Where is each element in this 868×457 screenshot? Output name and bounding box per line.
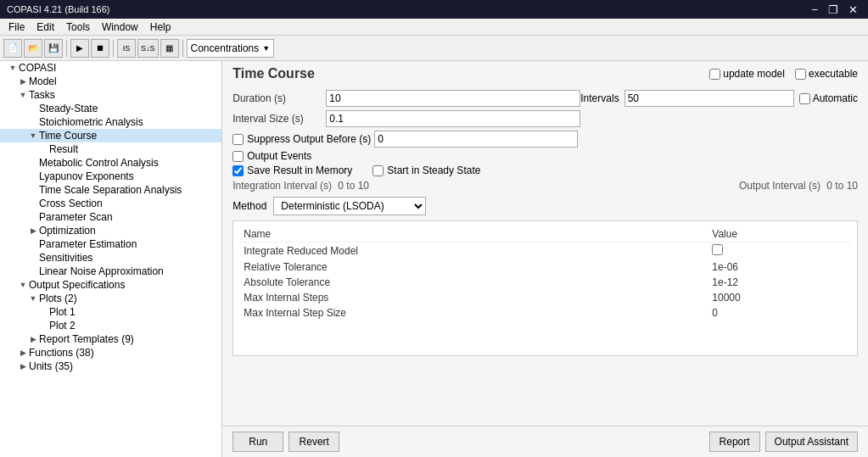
stop-icon: ⏹ [96,43,104,53]
run-button[interactable]: ▶ [70,39,89,58]
intervals-input[interactable] [624,90,794,107]
sidebar-item-steady-state[interactable]: Steady-State [0,102,221,115]
run-button[interactable]: Run [232,432,283,452]
sidebar-item-sensitivities[interactable]: Sensitivities [0,251,221,265]
table-row: Max Internal Step Size 0 [238,305,852,320]
menu-help[interactable]: Help [145,20,176,34]
executable-checkbox-item: executable [795,68,858,80]
sidebar-item-plot2[interactable]: Plot 2 [0,319,221,332]
maximize-button[interactable]: ❐ [825,3,842,16]
panel-header: Time Course update model executable [222,61,868,85]
menu-window[interactable]: Window [97,20,143,34]
expand-icon: ▶ [27,335,39,343]
open-button[interactable]: 📂 [24,39,42,58]
interval-size-row: Interval Size (s) [232,110,858,127]
sidebar-item-label: Time Scale Separation Analysis [39,184,221,196]
save-result-checkbox[interactable] [232,165,244,176]
automatic-checkbox[interactable] [799,93,810,104]
output-assistant-button[interactable]: Output Assistant [765,432,858,452]
sidebar-item-label: Tasks [29,89,221,101]
dropdown-arrow: ▼ [262,44,270,53]
intervals-label: Intervals [580,92,619,104]
interval-size-input[interactable] [326,110,580,127]
revert-button[interactable]: Revert [288,432,339,452]
content-area: Time Course update model executable Dura… [222,61,868,457]
menu-file[interactable]: File [3,20,30,34]
sidebar-item-stoichiometric[interactable]: Stoichiometric Analysis [0,115,221,129]
menu-edit[interactable]: Edit [31,20,59,34]
sidebar-item-plots[interactable]: ▼ Plots (2) [0,292,221,305]
sidebar-item-lyapunov[interactable]: Lyapunov Exponents [0,170,221,183]
concentrations-dropdown[interactable]: Concentrations ▼ [187,39,275,58]
bottom-left-buttons: Run Revert [232,432,339,452]
panel-title: Time Course [232,66,315,81]
sidebar-item-label: Plot 2 [49,320,221,332]
sidebar-item-copasi[interactable]: ▼ COPASI [0,61,221,75]
sidebar-item-label: Optimization [39,225,221,237]
sidebar-item-tasks[interactable]: ▼ Tasks [0,88,221,102]
expand-icon: ▼ [17,281,29,289]
col-name-header: Name [238,226,707,242]
sidebar-item-label: Lyapunov Exponents [39,170,221,182]
table-cell-name: Max Internal Steps [238,290,707,305]
stop-button[interactable]: ⏹ [91,39,109,58]
sidebar-item-parameter-estimation[interactable]: Parameter Estimation [0,237,221,251]
executable-checkbox[interactable] [795,69,806,80]
sidebar-item-optimization[interactable]: ▶ Optimization [0,224,221,237]
suppress-output-label: Suppress Output Before (s) [247,133,371,145]
output-interval-value: 0 to 10 [826,180,858,192]
method-select[interactable]: Deterministic (LSODA) Stochastic (Gibson… [273,197,426,215]
ss2-button[interactable]: S↓S [137,39,159,58]
table-button[interactable]: ▦ [160,39,179,58]
report-button[interactable]: Report [709,432,760,452]
duration-row: Duration (s) Intervals Automatic [232,90,858,107]
method-table-container: Name Value Integrate Reduced Model Re [232,220,858,356]
sidebar-item-label: Output Specifications [29,279,221,291]
panel-body: Duration (s) Intervals Automatic Interva… [222,85,868,426]
output-events-checkbox[interactable] [232,151,244,162]
suppress-output-checkbox[interactable] [232,134,244,145]
ss-icon: IS [123,44,131,53]
sidebar-item-parameter-scan[interactable]: Parameter Scan [0,210,221,224]
output-events-label: Output Events [247,150,311,162]
sidebar-item-linear-noise[interactable]: Linear Noise Approximation [0,265,221,278]
menu-tools[interactable]: Tools [61,20,95,34]
output-interval-label: Output Interval (s) [739,180,820,192]
app-title: COPASI 4.21 (Build 166) [7,4,109,14]
save-icon: 💾 [48,43,59,53]
suppress-output-input[interactable] [374,131,578,148]
expand-icon: ▶ [27,226,39,235]
table-cell-value[interactable] [707,242,852,260]
sidebar-item-time-scale[interactable]: Time Scale Separation Analysis [0,183,221,197]
table-header-row: Name Value [238,226,852,242]
minimize-button[interactable]: − [808,3,821,16]
sidebar-item-cross-section[interactable]: Cross Section [0,197,221,210]
panel-header-checkboxes: update model executable [709,68,858,80]
sidebar-item-label: Result [49,143,221,155]
integrate-reduced-checkbox[interactable] [712,244,723,255]
expand-icon: ▼ [7,64,19,72]
new-button[interactable]: 📄 [3,39,22,58]
table-cell-name: Max Internal Step Size [238,305,707,320]
sidebar-item-model[interactable]: ▶ Model [0,75,221,88]
update-model-checkbox[interactable] [709,69,720,80]
ss-button[interactable]: IS [117,39,136,58]
sidebar-item-time-course[interactable]: ▼ Time Course [0,129,221,142]
close-button[interactable]: ✕ [845,3,861,16]
start-steady-checkbox[interactable] [372,165,384,176]
sidebar-item-report-templates[interactable]: ▶ Report Templates (9) [0,332,221,346]
sidebar-item-label: Plot 1 [49,306,221,318]
sidebar-item-result[interactable]: Result [0,142,221,156]
table-icon: ▦ [165,43,173,53]
sidebar-item-functions[interactable]: ▶ Functions (38) [0,346,221,359]
start-steady-label: Start in Steady State [387,164,480,176]
sidebar-item-label: Cross Section [39,198,221,209]
save-button[interactable]: 💾 [44,39,63,58]
sidebar-item-output-specs[interactable]: ▼ Output Specifications [0,278,221,292]
expand-icon: ▼ [17,91,29,99]
sidebar-item-units[interactable]: ▶ Units (35) [0,359,221,373]
sidebar-item-label: Units (35) [29,360,221,372]
duration-input[interactable] [326,90,580,107]
sidebar-item-plot1[interactable]: Plot 1 [0,305,221,319]
sidebar-item-metabolic-control[interactable]: Metabolic Control Analysis [0,156,221,170]
